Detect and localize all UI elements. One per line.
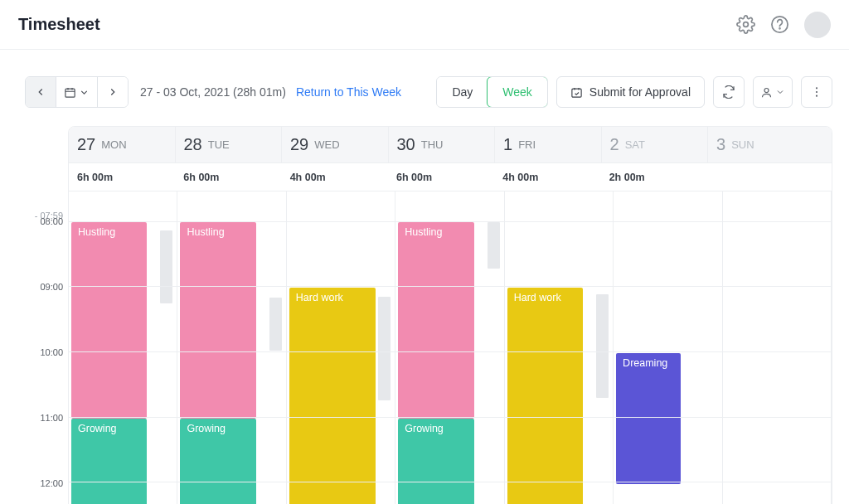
svg-point-1 <box>772 17 788 32</box>
chevron-down-icon <box>775 87 785 97</box>
help-button[interactable] <box>770 15 789 34</box>
day-of-week: THU <box>421 138 444 151</box>
day-header[interactable]: 3SUN <box>708 127 832 162</box>
day-of-week: SAT <box>625 138 645 151</box>
more-icon <box>810 85 823 99</box>
svg-point-0 <box>744 22 749 27</box>
calendar: - 07:59 08:00 09:00 10:00 11:00 12:00 27… <box>25 126 832 504</box>
day-total: 6h 00m <box>175 163 281 191</box>
day-headers: 27MON28TUE29WED30THU1FRI2SAT3SUN <box>69 127 832 163</box>
user-switch-button[interactable] <box>753 76 793 108</box>
day-of-week: FRI <box>518 138 536 151</box>
day-of-week: WED <box>314 138 339 151</box>
svg-point-2 <box>779 28 780 29</box>
day-number: 29 <box>290 135 308 154</box>
day-number: 28 <box>184 135 202 154</box>
day-total: 4h 00m <box>282 163 388 191</box>
return-to-this-week-link[interactable]: Return to This Week <box>296 85 401 99</box>
day-of-week: TUE <box>208 138 230 151</box>
next-period-button[interactable] <box>98 77 128 107</box>
svg-rect-7 <box>572 89 581 97</box>
day-total: 2h 00m <box>601 163 707 191</box>
chevron-left-icon <box>35 86 46 98</box>
time-gutter: - 07:59 08:00 09:00 10:00 11:00 12:00 <box>25 126 68 504</box>
day-header[interactable]: 30THU <box>389 127 496 162</box>
help-icon <box>770 15 789 34</box>
svg-point-11 <box>816 87 817 89</box>
day-header[interactable]: 28TUE <box>176 127 283 162</box>
svg-point-13 <box>816 95 817 97</box>
day-total: 4h 00m <box>494 163 600 191</box>
day-total <box>707 163 832 191</box>
day-header[interactable]: 1FRI <box>495 127 602 162</box>
day-header[interactable]: 27MON <box>69 127 176 162</box>
date-picker-button[interactable] <box>56 77 98 107</box>
timesheet-toolbar: 27 - 03 Oct, 2021 (28h 01m) Return to Th… <box>25 76 832 108</box>
time-label: 11:00 <box>40 413 63 423</box>
time-label: 08:00 <box>40 216 63 226</box>
submit-label: Submit for Approval <box>589 85 691 99</box>
calendar-icon <box>64 86 76 99</box>
calendar-grid: 27MON28TUE29WED30THU1FRI2SAT3SUN 6h 00m6… <box>68 126 832 504</box>
view-week-button[interactable]: Week <box>487 76 548 108</box>
time-label: 12:00 <box>40 478 63 488</box>
page-title: Timesheet <box>18 15 100 34</box>
day-totals: 6h 00m6h 00m4h 00m6h 00m4h 00m2h 00m <box>69 163 832 191</box>
chevron-down-icon <box>79 87 90 98</box>
more-button[interactable] <box>801 76 832 108</box>
time-label: 10:00 <box>40 347 63 357</box>
day-number: 1 <box>503 135 512 154</box>
grid-body[interactable]: HustlingGrowingHustlingGrowingHard workH… <box>69 191 832 504</box>
chevron-right-icon <box>107 86 119 98</box>
time-label: 09:00 <box>40 282 63 292</box>
content-area: 27 - 03 Oct, 2021 (28h 01m) Return to Th… <box>0 50 849 504</box>
day-number: 27 <box>77 135 95 154</box>
refresh-icon <box>722 85 735 99</box>
day-total: 6h 00m <box>69 163 175 191</box>
day-header[interactable]: 29WED <box>282 127 389 162</box>
refresh-button[interactable] <box>713 76 745 108</box>
submit-for-approval-button[interactable]: Submit for Approval <box>556 76 705 108</box>
day-number: 3 <box>716 135 725 154</box>
settings-button[interactable] <box>736 15 755 34</box>
user-icon <box>760 86 773 99</box>
view-toggle: Day Week <box>436 76 547 108</box>
day-of-week: MON <box>101 138 126 151</box>
day-number: 30 <box>397 135 415 154</box>
svg-point-10 <box>764 88 769 92</box>
day-total: 6h 00m <box>388 163 494 191</box>
topbar: Timesheet <box>0 0 849 50</box>
day-number: 2 <box>610 135 619 154</box>
day-of-week: SUN <box>731 138 754 151</box>
day-header[interactable]: 2SAT <box>602 127 709 162</box>
svg-rect-3 <box>65 89 75 97</box>
prev-period-button[interactable] <box>26 77 56 107</box>
range-label: 27 - 03 Oct, 2021 (28h 01m) <box>140 85 286 99</box>
svg-point-12 <box>816 91 817 93</box>
gear-icon <box>736 15 755 34</box>
date-nav-group <box>25 76 129 108</box>
approval-icon <box>570 86 583 99</box>
topbar-right <box>736 12 831 38</box>
view-day-button[interactable]: Day <box>437 77 488 107</box>
avatar[interactable] <box>804 12 831 38</box>
